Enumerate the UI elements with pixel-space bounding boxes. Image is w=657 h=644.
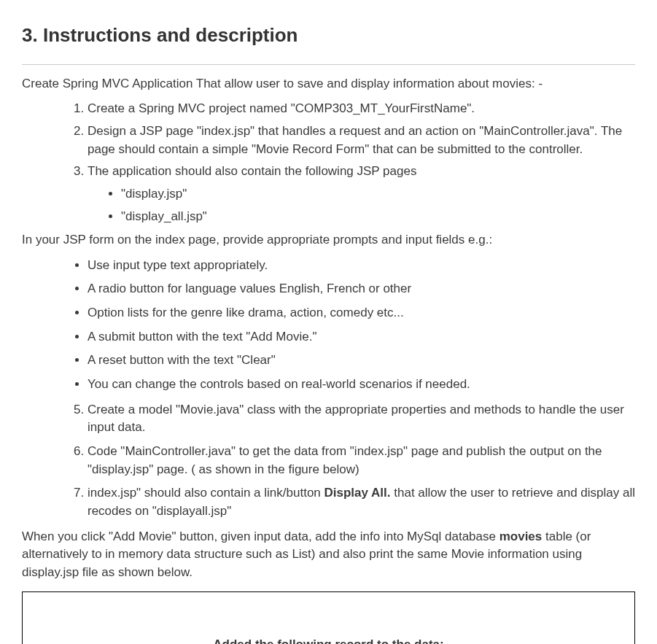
list-item: The application should also contain the … xyxy=(88,163,635,225)
closing-paragraph: When you click "Add Movie" button, given… xyxy=(22,528,635,582)
section-heading: 3. Instructions and description xyxy=(22,22,635,50)
form-requirements-list: Use input type text appropriately. A rad… xyxy=(22,257,635,394)
result-box-title: Added the following record to the data: xyxy=(213,637,443,644)
list-item: Design a JSP page "index.jsp" that handl… xyxy=(88,123,635,158)
display-all-label: Display All. xyxy=(324,486,391,500)
list-item-text: The application should also contain the … xyxy=(88,164,416,178)
list-item: A radio button for language values Engli… xyxy=(88,280,635,298)
instructions-list-part2: Create a model "Movie.java" class with t… xyxy=(22,401,635,521)
list-item: A reset button with the text "Clear" xyxy=(88,352,635,370)
list-item: "display.jsp" xyxy=(121,185,635,203)
intro-paragraph: Create Spring MVC Application That allow… xyxy=(22,75,635,93)
jsp-pages-list: "display.jsp" "display_all.jsp" xyxy=(88,185,635,225)
list-item: Option lists for the genre like drama, a… xyxy=(88,304,635,322)
list-item: index.jsp" should also contain a link/bu… xyxy=(88,484,635,520)
list-item: "display_all.jsp" xyxy=(121,208,635,226)
list-item: Code "MainController.java" to get the da… xyxy=(88,443,635,478)
list-item: Use input type text appropriately. xyxy=(88,257,635,275)
movies-table-label: movies xyxy=(499,529,543,543)
list-item: You can change the controls based on rea… xyxy=(88,376,635,394)
result-box: Added the following record to the data: xyxy=(22,591,635,644)
instructions-list-part1: Create a Spring MVC project named "COMP3… xyxy=(22,100,635,225)
divider xyxy=(22,64,635,65)
text-prefix: When you click "Add Movie" button, given… xyxy=(22,529,499,543)
text-prefix: index.jsp" should also contain a link/bu… xyxy=(88,486,324,500)
list-item: Create a model "Movie.java" class with t… xyxy=(88,401,635,437)
list-item: Create a Spring MVC project named "COMP3… xyxy=(88,100,635,118)
form-intro-paragraph: In your JSP form on the index page, prov… xyxy=(22,231,635,249)
list-item: A submit button with the text "Add Movie… xyxy=(88,328,635,346)
